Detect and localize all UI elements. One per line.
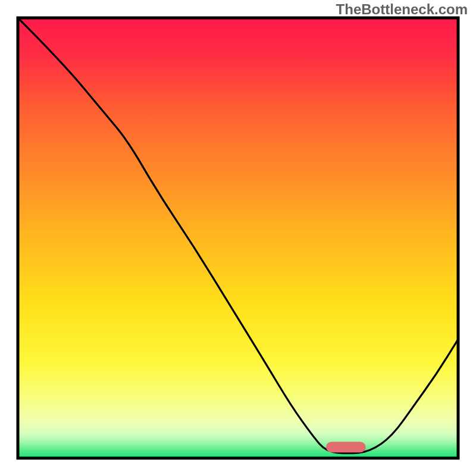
watermark-text: TheBottleneck.com <box>336 1 468 18</box>
optimal-marker <box>326 442 366 453</box>
chart-container: { "watermark": "TheBottleneck.com", "plo… <box>0 0 476 476</box>
chart-svg <box>0 0 476 476</box>
gradient-background <box>18 18 458 458</box>
